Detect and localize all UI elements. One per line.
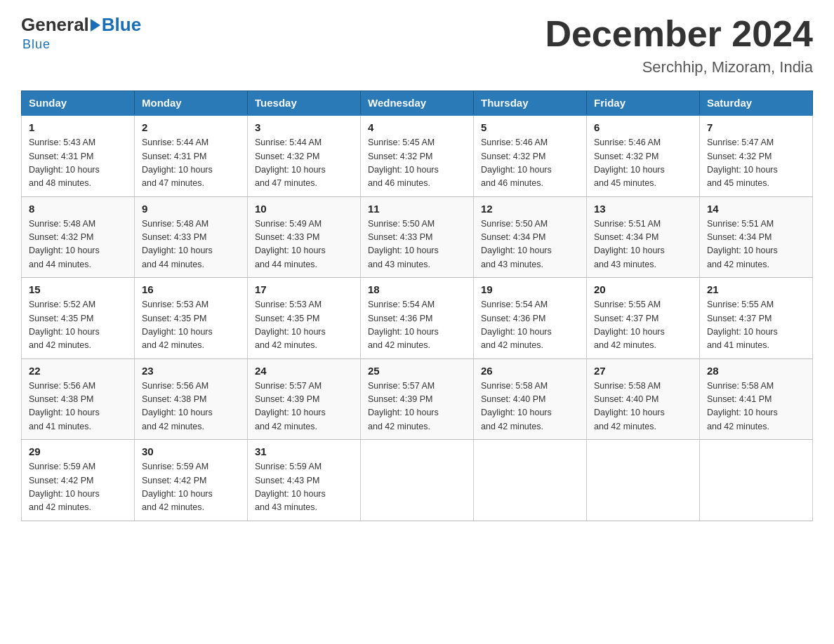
calendar-day-cell: 22Sunrise: 5:56 AMSunset: 4:38 PMDayligh…: [22, 358, 135, 440]
calendar-day-cell: 15Sunrise: 5:52 AMSunset: 4:35 PMDayligh…: [22, 278, 135, 359]
calendar-day-cell: 14Sunrise: 5:51 AMSunset: 4:34 PMDayligh…: [700, 196, 813, 278]
day-number: 10: [255, 203, 353, 215]
day-info: Sunrise: 5:53 AMSunset: 4:35 PMDaylight:…: [255, 298, 353, 353]
day-number: 29: [29, 445, 127, 457]
calendar-day-cell: 2Sunrise: 5:44 AMSunset: 4:31 PMDaylight…: [135, 115, 248, 196]
calendar-day-cell: 16Sunrise: 5:53 AMSunset: 4:35 PMDayligh…: [135, 278, 248, 359]
calendar-day-cell: 7Sunrise: 5:47 AMSunset: 4:32 PMDaylight…: [700, 115, 813, 196]
calendar-day-cell: 6Sunrise: 5:46 AMSunset: 4:32 PMDaylight…: [587, 115, 700, 196]
day-number: 31: [255, 445, 353, 457]
calendar-header: SundayMondayTuesdayWednesdayThursdayFrid…: [22, 91, 813, 116]
day-info: Sunrise: 5:58 AMSunset: 4:40 PMDaylight:…: [594, 380, 692, 434]
day-number: 30: [142, 445, 240, 457]
day-info: Sunrise: 5:52 AMSunset: 4:35 PMDaylight:…: [29, 298, 127, 353]
calendar-day-cell: 27Sunrise: 5:58 AMSunset: 4:40 PMDayligh…: [587, 358, 700, 440]
calendar-day-cell: [587, 440, 700, 521]
calendar-day-cell: 19Sunrise: 5:54 AMSunset: 4:36 PMDayligh…: [474, 278, 587, 359]
day-number: 25: [368, 365, 466, 377]
day-number: 17: [255, 283, 353, 295]
day-info: Sunrise: 5:49 AMSunset: 4:33 PMDaylight:…: [255, 217, 353, 272]
day-number: 18: [368, 283, 466, 295]
day-info: Sunrise: 5:57 AMSunset: 4:39 PMDaylight:…: [368, 380, 466, 434]
day-info: Sunrise: 5:46 AMSunset: 4:32 PMDaylight:…: [481, 136, 579, 191]
calendar-day-cell: 17Sunrise: 5:53 AMSunset: 4:35 PMDayligh…: [248, 278, 361, 359]
day-number: 16: [142, 283, 240, 295]
calendar-day-cell: 29Sunrise: 5:59 AMSunset: 4:42 PMDayligh…: [22, 440, 135, 521]
calendar-day-cell: 18Sunrise: 5:54 AMSunset: 4:36 PMDayligh…: [361, 278, 474, 359]
day-info: Sunrise: 5:45 AMSunset: 4:32 PMDaylight:…: [368, 136, 466, 191]
page-header: General Blue Blue December 2024 Serchhip…: [21, 14, 813, 76]
calendar-day-cell: 4Sunrise: 5:45 AMSunset: 4:32 PMDaylight…: [361, 115, 474, 196]
day-info: Sunrise: 5:51 AMSunset: 4:34 PMDaylight:…: [594, 217, 692, 272]
day-info: Sunrise: 5:59 AMSunset: 4:42 PMDaylight:…: [29, 460, 127, 515]
day-info: Sunrise: 5:54 AMSunset: 4:36 PMDaylight:…: [368, 298, 466, 353]
logo-general-text: General: [21, 14, 89, 36]
day-number: 21: [707, 283, 805, 295]
day-info: Sunrise: 5:59 AMSunset: 4:43 PMDaylight:…: [255, 460, 353, 515]
calendar-day-cell: [474, 440, 587, 521]
calendar-day-cell: 8Sunrise: 5:48 AMSunset: 4:32 PMDaylight…: [22, 196, 135, 278]
calendar-title: December 2024: [545, 14, 813, 54]
calendar-week-row: 22Sunrise: 5:56 AMSunset: 4:38 PMDayligh…: [22, 358, 813, 440]
weekday-header-sunday: Sunday: [22, 91, 135, 116]
calendar-week-row: 1Sunrise: 5:43 AMSunset: 4:31 PMDaylight…: [22, 115, 813, 196]
calendar-day-cell: 25Sunrise: 5:57 AMSunset: 4:39 PMDayligh…: [361, 358, 474, 440]
day-number: 26: [481, 365, 579, 377]
calendar-table: SundayMondayTuesdayWednesdayThursdayFrid…: [21, 90, 813, 521]
day-info: Sunrise: 5:57 AMSunset: 4:39 PMDaylight:…: [255, 380, 353, 434]
calendar-day-cell: 5Sunrise: 5:46 AMSunset: 4:32 PMDaylight…: [474, 115, 587, 196]
logo-triangle-icon: [91, 19, 100, 32]
logo: General Blue Blue: [21, 14, 141, 52]
calendar-day-cell: [361, 440, 474, 521]
day-info: Sunrise: 5:50 AMSunset: 4:33 PMDaylight:…: [368, 217, 466, 272]
calendar-week-row: 15Sunrise: 5:52 AMSunset: 4:35 PMDayligh…: [22, 278, 813, 359]
logo-blue-text: Blue: [102, 14, 141, 36]
day-number: 19: [481, 283, 579, 295]
day-info: Sunrise: 5:48 AMSunset: 4:33 PMDaylight:…: [142, 217, 240, 272]
day-number: 11: [368, 203, 466, 215]
day-info: Sunrise: 5:55 AMSunset: 4:37 PMDaylight:…: [707, 298, 805, 353]
day-number: 5: [481, 121, 579, 133]
weekday-header-thursday: Thursday: [474, 91, 587, 116]
calendar-day-cell: 31Sunrise: 5:59 AMSunset: 4:43 PMDayligh…: [248, 440, 361, 521]
day-number: 4: [368, 121, 466, 133]
day-info: Sunrise: 5:58 AMSunset: 4:41 PMDaylight:…: [707, 380, 805, 434]
calendar-day-cell: 11Sunrise: 5:50 AMSunset: 4:33 PMDayligh…: [361, 196, 474, 278]
calendar-day-cell: 20Sunrise: 5:55 AMSunset: 4:37 PMDayligh…: [587, 278, 700, 359]
day-number: 22: [29, 365, 127, 377]
day-info: Sunrise: 5:48 AMSunset: 4:32 PMDaylight:…: [29, 217, 127, 272]
weekday-header-saturday: Saturday: [700, 91, 813, 116]
day-number: 8: [29, 203, 127, 215]
day-number: 14: [707, 203, 805, 215]
day-number: 24: [255, 365, 353, 377]
day-info: Sunrise: 5:44 AMSunset: 4:32 PMDaylight:…: [255, 136, 353, 191]
calendar-week-row: 29Sunrise: 5:59 AMSunset: 4:42 PMDayligh…: [22, 440, 813, 521]
day-number: 28: [707, 365, 805, 377]
day-info: Sunrise: 5:47 AMSunset: 4:32 PMDaylight:…: [707, 136, 805, 191]
day-info: Sunrise: 5:58 AMSunset: 4:40 PMDaylight:…: [481, 380, 579, 434]
calendar-day-cell: 12Sunrise: 5:50 AMSunset: 4:34 PMDayligh…: [474, 196, 587, 278]
day-info: Sunrise: 5:46 AMSunset: 4:32 PMDaylight:…: [594, 136, 692, 191]
day-info: Sunrise: 5:56 AMSunset: 4:38 PMDaylight:…: [142, 380, 240, 434]
calendar-week-row: 8Sunrise: 5:48 AMSunset: 4:32 PMDaylight…: [22, 196, 813, 278]
day-number: 12: [481, 203, 579, 215]
day-number: 23: [142, 365, 240, 377]
day-info: Sunrise: 5:55 AMSunset: 4:37 PMDaylight:…: [594, 298, 692, 353]
calendar-day-cell: 21Sunrise: 5:55 AMSunset: 4:37 PMDayligh…: [700, 278, 813, 359]
day-info: Sunrise: 5:44 AMSunset: 4:31 PMDaylight:…: [142, 136, 240, 191]
day-number: 27: [594, 365, 692, 377]
calendar-day-cell: 30Sunrise: 5:59 AMSunset: 4:42 PMDayligh…: [135, 440, 248, 521]
day-number: 1: [29, 121, 127, 133]
day-info: Sunrise: 5:54 AMSunset: 4:36 PMDaylight:…: [481, 298, 579, 353]
day-info: Sunrise: 5:53 AMSunset: 4:35 PMDaylight:…: [142, 298, 240, 353]
calendar-body: 1Sunrise: 5:43 AMSunset: 4:31 PMDaylight…: [22, 115, 813, 521]
day-number: 6: [594, 121, 692, 133]
logo-underline: Blue: [21, 37, 51, 52]
weekday-header-row: SundayMondayTuesdayWednesdayThursdayFrid…: [22, 91, 813, 116]
day-number: 7: [707, 121, 805, 133]
calendar-day-cell: [700, 440, 813, 521]
day-number: 15: [29, 283, 127, 295]
day-number: 9: [142, 203, 240, 215]
weekday-header-monday: Monday: [135, 91, 248, 116]
day-info: Sunrise: 5:50 AMSunset: 4:34 PMDaylight:…: [481, 217, 579, 272]
